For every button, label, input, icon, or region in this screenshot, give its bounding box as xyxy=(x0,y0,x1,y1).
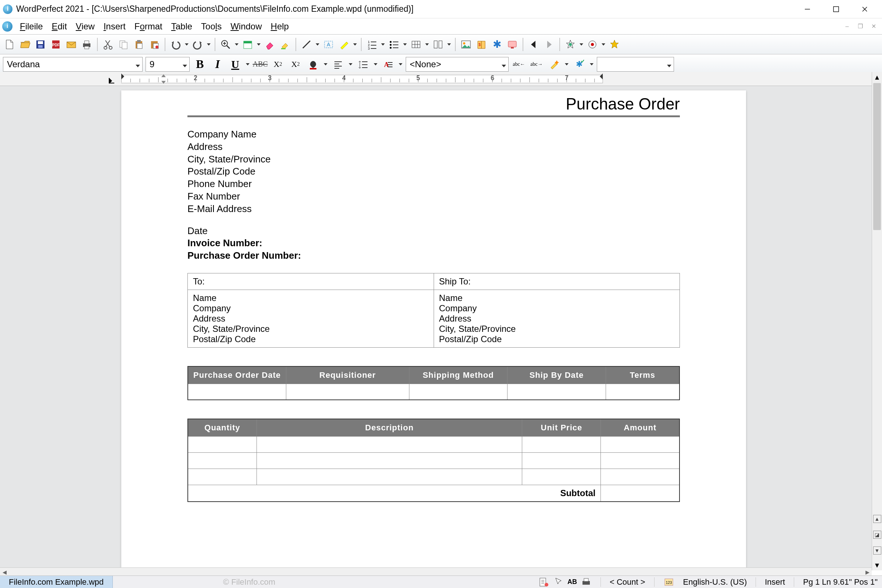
font-size-combo[interactable]: 9 xyxy=(146,57,190,72)
highlight-tool-icon[interactable] xyxy=(279,38,292,51)
scroll-thumb[interactable] xyxy=(873,83,881,230)
bullets-dropdown[interactable] xyxy=(403,44,407,46)
macrorec-dropdown[interactable] xyxy=(601,44,606,46)
quickformat-dropdown[interactable] xyxy=(398,63,403,65)
macro-dropdown[interactable] xyxy=(579,44,584,46)
scroll-up-icon[interactable]: ▴ xyxy=(872,72,882,82)
asterisk-icon[interactable]: ✱ xyxy=(490,38,504,51)
reveal-codes-icon[interactable] xyxy=(538,577,549,588)
menu-insert[interactable]: Insert xyxy=(99,20,130,33)
columns-icon[interactable] xyxy=(432,38,445,51)
mdi-close-button[interactable]: ✕ xyxy=(868,22,879,31)
date-icon[interactable] xyxy=(241,38,254,51)
prev-page-button[interactable]: ▲ xyxy=(873,515,881,523)
mdi-restore-button[interactable]: ❐ xyxy=(855,22,866,31)
language-label[interactable]: English-U.S. (US) xyxy=(683,578,747,587)
language-icon[interactable]: 123 xyxy=(663,577,674,588)
fontcolor-dropdown[interactable] xyxy=(323,63,328,65)
menu-window[interactable]: Window xyxy=(226,20,266,33)
autoformat-dropdown[interactable] xyxy=(564,63,569,65)
macro-play-icon[interactable] xyxy=(564,38,577,51)
eraser-icon[interactable] xyxy=(263,38,276,51)
speller-button[interactable]: ✱ xyxy=(572,57,586,72)
bullets-icon[interactable] xyxy=(387,38,400,51)
vertical-scrollbar[interactable]: ▴ ▲ ◪ ▼ ▾ xyxy=(872,72,882,570)
app-menu-icon[interactable] xyxy=(2,21,12,32)
menu-table[interactable]: Table xyxy=(167,20,196,33)
redo-dropdown[interactable] xyxy=(207,44,211,46)
horizontal-ruler[interactable]: 234567 xyxy=(0,72,872,86)
macro-rec-icon[interactable] xyxy=(586,38,599,51)
linespacing-button[interactable] xyxy=(356,57,370,72)
insert-mode[interactable]: Insert xyxy=(765,578,785,587)
textbox-icon[interactable]: A xyxy=(322,38,335,51)
paste-special-icon[interactable] xyxy=(148,38,161,51)
italic-button[interactable]: I xyxy=(210,57,225,72)
cut-icon[interactable] xyxy=(101,38,115,51)
date-dropdown[interactable] xyxy=(256,44,261,46)
zoom-dropdown[interactable] xyxy=(234,44,239,46)
pdf-icon[interactable]: PDF xyxy=(49,38,63,51)
book-icon[interactable]: $ xyxy=(475,38,488,51)
zoom-icon[interactable] xyxy=(219,38,232,51)
prev-style-button[interactable]: abc← xyxy=(512,57,526,72)
undo-dropdown[interactable] xyxy=(184,44,189,46)
line-dropdown[interactable] xyxy=(315,44,320,46)
strikethrough-button[interactable]: ABC xyxy=(253,57,267,72)
next-page-button[interactable]: ▼ xyxy=(873,546,881,555)
horizontal-scrollbar[interactable]: ◂ ▸ xyxy=(0,567,872,576)
table-small-icon[interactable] xyxy=(410,38,423,51)
bold-button[interactable]: B xyxy=(193,57,207,72)
favorite-icon[interactable] xyxy=(608,38,621,51)
subscript-button[interactable]: X2 xyxy=(270,57,285,72)
screenshot-icon[interactable] xyxy=(506,38,519,51)
count-indicator[interactable]: < Count > xyxy=(610,578,645,587)
next-style-button[interactable]: abc→ xyxy=(529,57,544,72)
open-icon[interactable] xyxy=(18,38,32,51)
highlighter-dropdown[interactable] xyxy=(353,44,357,46)
autoformat-button[interactable] xyxy=(547,57,561,72)
scroll-down-icon[interactable]: ▾ xyxy=(872,560,882,570)
menu-help[interactable]: Help xyxy=(266,20,293,33)
browse-object-button[interactable]: ◪ xyxy=(873,531,881,539)
image-icon[interactable] xyxy=(459,38,472,51)
ab-icon[interactable]: AB xyxy=(567,578,577,586)
extra-combo[interactable] xyxy=(597,57,674,72)
printer-status-icon[interactable] xyxy=(580,577,592,588)
linespacing-dropdown[interactable] xyxy=(374,63,378,65)
page[interactable]: Purchase Order Company Name Address City… xyxy=(121,90,746,570)
minimize-button[interactable] xyxy=(793,0,822,18)
speller-dropdown[interactable] xyxy=(590,63,594,65)
document-body[interactable]: Purchase Order Company Name Address City… xyxy=(188,95,680,570)
underline-dropdown[interactable] xyxy=(246,63,250,65)
undo-icon[interactable] xyxy=(169,38,182,51)
underline-button[interactable]: U xyxy=(228,57,243,72)
mail-icon[interactable] xyxy=(64,38,78,51)
menu-file[interactable]: Fileile xyxy=(15,20,47,33)
style-combo[interactable]: <None> xyxy=(406,57,508,72)
highlighter-icon[interactable] xyxy=(338,38,351,51)
quickformat-button[interactable]: A xyxy=(381,57,395,72)
tablesmall-dropdown[interactable] xyxy=(425,44,429,46)
menu-view[interactable]: View xyxy=(71,20,99,33)
justify-dropdown[interactable] xyxy=(348,63,353,65)
paste-icon[interactable] xyxy=(132,38,146,51)
back-icon[interactable] xyxy=(527,38,540,51)
document-tab[interactable]: FileInfo.com Example.wpd xyxy=(0,576,113,588)
columns-dropdown[interactable] xyxy=(447,44,451,46)
copy-icon[interactable] xyxy=(117,38,130,51)
menu-format[interactable]: Format xyxy=(130,20,167,33)
close-button[interactable] xyxy=(850,0,879,18)
justify-button[interactable] xyxy=(331,57,345,72)
print-icon[interactable] xyxy=(80,38,93,51)
cursor-icon[interactable] xyxy=(553,577,564,588)
font-name-combo[interactable]: Verdana xyxy=(3,57,142,72)
font-color-button[interactable] xyxy=(306,57,321,72)
line-icon[interactable] xyxy=(300,38,313,51)
numbering-icon[interactable]: 123 xyxy=(365,38,378,51)
superscript-button[interactable]: X2 xyxy=(288,57,303,72)
save-icon[interactable] xyxy=(34,38,47,51)
redo-icon[interactable] xyxy=(191,38,204,51)
mdi-minimize-button[interactable]: – xyxy=(842,22,853,31)
menu-tools[interactable]: Tools xyxy=(196,20,226,33)
